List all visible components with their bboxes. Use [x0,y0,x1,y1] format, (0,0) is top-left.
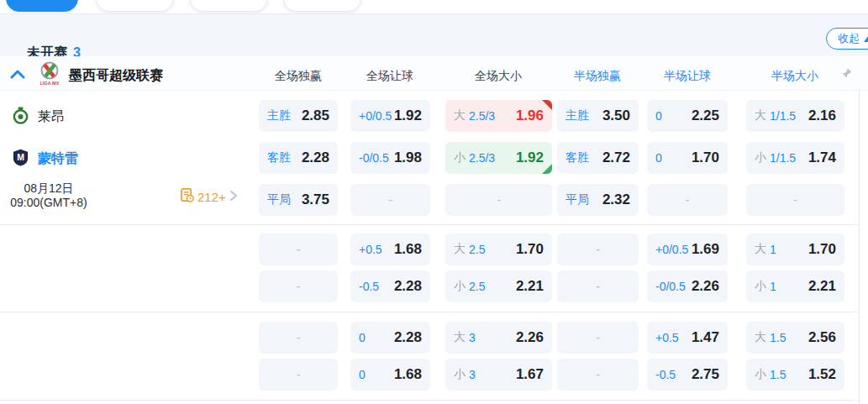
tab-pill-active[interactable] [6,0,78,12]
odds-cell-full-handicap-home[interactable]: +0/0.5 1.92 [350,100,430,132]
odds-cell-half-handicap-home-alt[interactable]: +0/0.5 1.69 [647,233,728,265]
odds-cell-empty: - [259,322,338,354]
odds-cell-half-handicap-away-alt2[interactable]: -0.5 2.75 [647,359,728,391]
column-header-full-win: 全场独赢 [258,69,339,84]
odds-cell-full-handicap-home-alt2[interactable]: 0 2.28 [350,322,430,354]
row-group-divider [0,400,859,401]
tab-pill[interactable] [283,0,361,12]
odds-cell-empty: - [557,322,639,354]
odds-up-indicator [542,100,552,110]
league-name: 墨西哥超级联赛 [69,67,163,85]
home-team-name: 莱昂 [38,108,65,126]
odds-cell-empty: - [557,270,639,302]
odds-page: 未开赛3 收起 LIGA MX 墨西哥超级联赛 全场独赢 全场让球 全场大小 半… [0,0,868,404]
caret-up-icon [864,36,868,42]
odds-cell-full-over-alt[interactable]: 大 2.5 1.70 [445,233,552,265]
odds-cell-empty: - [259,359,338,391]
odds-cell-full-draw[interactable]: 平局 3.75 [259,184,338,216]
odds-cell-half-under[interactable]: 小 1/1.5 1.74 [746,142,844,174]
odds-cell-half-handicap-away-alt[interactable]: -0/0.5 2.26 [647,270,728,302]
more-markets-link[interactable]: 212+ [180,188,238,206]
odds-cell-empty: - [557,359,639,391]
league-logo-icon: LIGA MX [39,61,60,89]
scroll-track[interactable] [859,90,860,404]
pin-icon[interactable] [840,67,853,83]
match-datetime: 08月12日 09:00(GMT+8) [0,181,97,210]
odds-cell-half-handicap-away[interactable]: 0 1.70 [647,142,728,174]
odds-cell-empty: - [350,184,430,216]
odds-cell-half-over[interactable]: 大 1/1.5 2.16 [746,100,844,132]
collapse-button[interactable]: 收起 [826,28,868,50]
odds-cell-full-over-alt2[interactable]: 大 3 2.26 [445,322,552,354]
match-date: 08月12日 [0,181,97,196]
odds-cell-empty: - [259,233,338,265]
odds-cell-full-win-away[interactable]: 客胜 2.28 [259,142,338,174]
odds-cell-empty: - [746,184,844,216]
odds-cell-empty: - [445,184,552,216]
odds-cell-full-under[interactable]: 小 2.5/3 1.92 [445,142,552,174]
home-team-crest-icon [12,107,29,128]
row-group-divider [0,224,859,225]
odds-cell-half-under-alt2[interactable]: 小 1.5 1.52 [746,359,844,391]
collapse-label: 收起 [838,31,860,46]
odds-cell-empty: - [557,233,639,265]
odds-cell-full-handicap-away-alt2[interactable]: 0 1.68 [350,359,430,391]
odds-cell-half-handicap-home-alt2[interactable]: +0.5 1.47 [647,322,728,354]
column-header-full-ou: 全场大小 [458,69,539,84]
match-start-time: 09:00(GMT+8) [0,196,97,210]
home-team[interactable]: 莱昂 [12,107,65,128]
odds-down-indicator [542,164,552,174]
status-band: 未开赛3 [0,14,868,56]
chevron-right-icon [229,190,238,205]
column-header-half-handicap: 半场让球 [647,69,728,84]
chevron-up-icon[interactable] [9,68,26,83]
column-header-half-win: 半场独赢 [557,69,638,84]
column-header-full-handicap: 全场让球 [350,69,430,84]
svg-text:M: M [17,152,24,162]
odds-cell-half-win-away[interactable]: 客胜 2.72 [557,142,639,174]
markets-stats-icon [180,188,194,206]
odds-cell-full-handicap-away-alt[interactable]: -0.5 2.28 [350,270,430,302]
odds-cell-full-under-alt[interactable]: 小 2.5 2.21 [445,270,552,302]
odds-cell-half-over-alt[interactable]: 大 1 1.70 [746,233,844,265]
odds-cell-half-over-alt2[interactable]: 大 1.5 2.56 [746,322,844,354]
odds-cell-half-draw[interactable]: 平局 2.32 [557,184,639,216]
odds-cell-empty: - [259,270,338,302]
odds-cell-empty: - [647,184,728,216]
column-header-half-ou: 半场大小 [755,69,835,84]
odds-cell-full-handicap-away[interactable]: -0/0.5 1.98 [350,142,430,174]
odds-cell-full-over[interactable]: 大 2.5/3 1.96 [445,100,552,132]
tab-pill[interactable] [96,0,174,12]
row-group-divider [0,312,859,312]
away-team-crest-icon: M [12,149,29,170]
more-markets-count: 212+ [197,190,226,204]
away-team-name: 蒙特雷 [38,150,78,168]
odds-cell-full-win-home[interactable]: 主胜 2.85 [259,100,338,132]
odds-cell-full-under-alt2[interactable]: 小 3 1.67 [445,359,552,391]
odds-cell-full-handicap-home-alt[interactable]: +0.5 1.68 [350,233,430,265]
svg-text:LIGA MX: LIGA MX [40,81,60,86]
away-team[interactable]: M 蒙特雷 [12,149,78,170]
odds-cell-half-handicap-home[interactable]: 0 2.25 [647,100,728,132]
tab-pill[interactable] [190,0,268,12]
odds-cell-half-win-home[interactable]: 主胜 3.50 [557,100,639,132]
odds-cell-half-under-alt[interactable]: 小 1 2.21 [746,270,844,302]
